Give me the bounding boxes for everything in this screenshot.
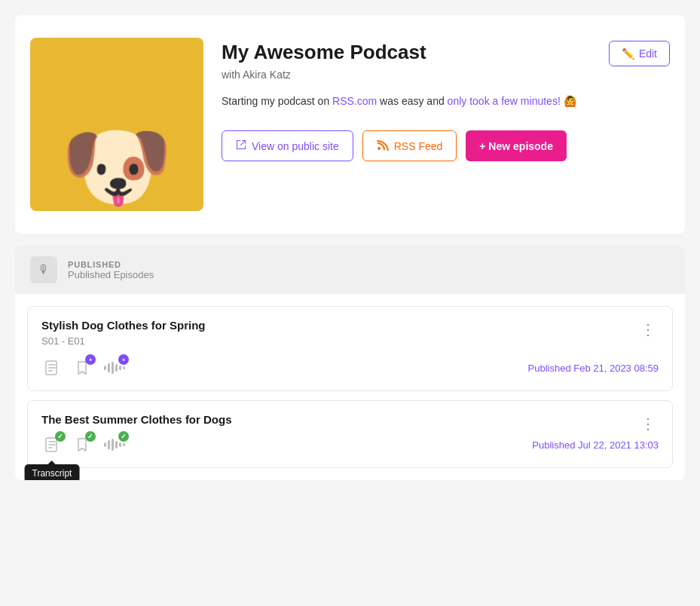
episode-1-chapters-button[interactable]: +: [72, 357, 93, 378]
published-label: PUBLISHED: [68, 260, 154, 269]
desc-emoji: 🙆: [561, 95, 576, 107]
episode-2-bottom: ✓ Transcript ✓: [41, 434, 659, 455]
episode-card-2: The Best Summer Clothes for Dogs ⋮: [27, 400, 673, 468]
episode-2-transcript-badge: ✓: [55, 431, 66, 442]
podcast-image: 🐶: [30, 38, 203, 211]
episode-2-top: The Best Summer Clothes for Dogs ⋮: [41, 413, 659, 434]
new-episode-button[interactable]: + New episode: [466, 130, 567, 161]
episode-2-menu-button[interactable]: ⋮: [637, 413, 659, 434]
view-public-label: View on public site: [252, 140, 339, 152]
podcast-title: My Awesome Podcast: [222, 41, 426, 64]
podcast-info-top: My Awesome Podcast with Akira Katz ✏️ Ed…: [222, 41, 670, 93]
page-container: 🐶 My Awesome Podcast with Akira Katz ✏️ …: [0, 15, 700, 480]
dog-emoji: 🐶: [60, 121, 173, 211]
new-episode-label: + New episode: [479, 140, 553, 152]
external-link-icon: [236, 139, 246, 152]
svg-rect-8: [115, 364, 118, 372]
podcast-description: Starting my podcast on RSS.com was easy …: [222, 93, 670, 109]
podcast-author: with Akira Katz: [222, 69, 426, 81]
svg-rect-10: [123, 366, 125, 369]
episode-2-icons: ✓ Transcript ✓: [41, 434, 127, 455]
edit-label: Edit: [639, 47, 657, 60]
desc-middle: was easy and: [377, 95, 447, 107]
edit-pencil-icon: ✏️: [622, 47, 634, 60]
episode-2-transcript-container: ✓ Transcript: [41, 434, 63, 455]
svg-rect-7: [112, 362, 114, 374]
episode-1-published-date: Feb 21, 2023 08:59: [573, 363, 659, 374]
episodes-section: 🎙 PUBLISHED Published Episodes Stylish D…: [15, 246, 685, 480]
podcast-info: My Awesome Podcast with Akira Katz ✏️ Ed…: [222, 38, 670, 161]
desc-before: Starting my podcast on: [222, 95, 332, 107]
episode-1-menu-button[interactable]: ⋮: [637, 319, 659, 340]
episodes-list: Stylish Dog Clothes for Spring S01 - E01…: [15, 294, 685, 480]
episodes-header: 🎙 PUBLISHED Published Episodes: [15, 246, 685, 294]
episode-2-chapters-button[interactable]: ✓: [72, 434, 93, 455]
episode-2-waveform-button[interactable]: ✓: [102, 434, 127, 455]
mic-icon-container: 🎙: [30, 256, 57, 283]
svg-rect-6: [108, 363, 110, 372]
rss-feed-button[interactable]: RSS Feed: [362, 130, 457, 161]
svg-rect-20: [123, 443, 125, 446]
desc-link1[interactable]: RSS.com: [332, 95, 377, 107]
podcast-header: 🐶 My Awesome Podcast with Akira Katz ✏️ …: [15, 15, 685, 234]
svg-rect-17: [112, 439, 114, 451]
episode-1-season: S01 - E01: [41, 335, 206, 347]
episode-2-title: The Best Summer Clothes for Dogs: [41, 413, 232, 426]
svg-rect-9: [119, 366, 121, 370]
published-sublabel: Published Episodes: [68, 269, 154, 280]
svg-rect-19: [119, 442, 121, 447]
episode-1-waveform-button[interactable]: +: [102, 357, 127, 378]
episode-1-bottom: + +: [41, 357, 659, 378]
transcript-tooltip: Transcript: [25, 464, 80, 480]
episode-2-published: Published Jul 22, 2021 13:03: [532, 439, 659, 451]
episode-2-published-label: Published: [532, 439, 578, 451]
episode-2-chapters-badge: ✓: [85, 431, 96, 442]
svg-point-0: [378, 147, 381, 150]
episode-1-published: Published Feb 21, 2023 08:59: [528, 363, 659, 374]
episode-1-icons: + +: [41, 357, 127, 378]
svg-rect-16: [108, 440, 110, 449]
episode-1-waveform-badge: +: [118, 354, 129, 365]
rss-icon: [377, 139, 389, 153]
action-buttons: View on public site RSS Feed + New episo…: [222, 130, 670, 161]
episode-2-published-date: Jul 22, 2021 13:03: [578, 439, 659, 451]
episode-1-info: Stylish Dog Clothes for Spring S01 - E01: [41, 319, 206, 357]
episode-2-transcript-button[interactable]: ✓: [41, 434, 63, 455]
svg-rect-5: [104, 366, 106, 370]
svg-rect-18: [115, 441, 118, 448]
episode-2-info: The Best Summer Clothes for Dogs: [41, 413, 232, 430]
desc-link2[interactable]: only took a few minutes!: [448, 95, 561, 107]
episodes-header-text: PUBLISHED Published Episodes: [68, 260, 154, 280]
rss-feed-label: RSS Feed: [394, 140, 443, 152]
podcast-title-block: My Awesome Podcast with Akira Katz: [222, 41, 426, 93]
episode-1-transcript-button[interactable]: [41, 357, 63, 378]
edit-button[interactable]: ✏️ Edit: [609, 41, 670, 66]
view-public-button[interactable]: View on public site: [222, 130, 353, 161]
svg-rect-15: [104, 442, 106, 447]
mic-icon: 🎙: [38, 263, 50, 277]
episode-1-top: Stylish Dog Clothes for Spring S01 - E01…: [41, 319, 659, 357]
episode-card-1: Stylish Dog Clothes for Spring S01 - E01…: [27, 306, 673, 391]
episode-1-title: Stylish Dog Clothes for Spring: [41, 319, 206, 332]
episode-2-waveform-badge: ✓: [118, 431, 129, 442]
episode-1-published-label: Published: [528, 363, 574, 374]
episode-1-chapters-badge: +: [85, 354, 96, 365]
